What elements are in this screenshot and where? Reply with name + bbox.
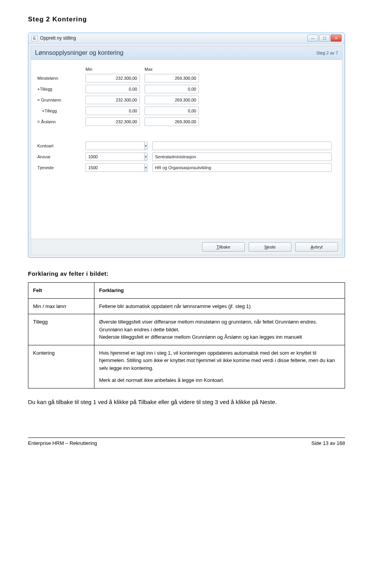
minimize-button[interactable]: —: [307, 35, 318, 42]
section-subheading: Forklaring av felter i bildet:: [28, 270, 345, 277]
salary-grid: Min Max Minstelønn +Tillegg = Grunnlønn …: [37, 67, 336, 126]
wizard-footer: Tilbake Neste Avbryt: [31, 239, 342, 255]
back-button[interactable]: Tilbake: [202, 242, 245, 252]
closing-paragraph: Du kan gå tilbake til steg 1 ved å klikk…: [28, 398, 345, 407]
minstelonn-max-input[interactable]: [145, 74, 199, 82]
ansvar-display: Sentraladministrasjon: [152, 152, 332, 161]
tillegg2-max-input[interactable]: [145, 107, 199, 115]
tjeneste-code-input[interactable]: [86, 164, 144, 172]
footer-left: Enterprise HRM – Rekruttering: [28, 440, 97, 446]
app-window: E Opprett ny stilling — ☐ ✕ Lønnsopplysn…: [28, 33, 345, 258]
explanation-table: Felt Forklaring Min / max lønn Feltene b…: [28, 282, 345, 388]
ansvar-code-input[interactable]: [86, 153, 144, 161]
ansvar-combo[interactable]: ▾: [85, 152, 148, 161]
row-arslonn-label: = Årslønn: [37, 119, 81, 124]
arslonn-min-input[interactable]: [85, 117, 140, 126]
col-min: Min: [85, 67, 140, 72]
grunnlonn-min-input[interactable]: [85, 96, 140, 104]
tillegg1-min-input[interactable]: [85, 85, 140, 93]
wizard-panel: Lønnsopplysninger og kontering Steg 2 av…: [31, 46, 342, 255]
cell-tillegg-expl: Øverste tilleggsfelt viser differanse me…: [94, 314, 345, 345]
tillegg1-max-input[interactable]: [145, 85, 199, 93]
kontoart-display: [152, 142, 332, 150]
kontoart-dropdown-icon[interactable]: ▾: [144, 142, 147, 150]
ansvar-label: Ansvar: [37, 154, 81, 159]
arslonn-max-input[interactable]: [145, 117, 199, 126]
footer-right: Side 13 av 168: [311, 440, 345, 446]
panel-title: Lønnsopplysninger og kontering: [35, 49, 124, 56]
cancel-button[interactable]: Avbryt: [295, 242, 338, 252]
page-heading: Steg 2 Kontering: [28, 16, 345, 23]
panel-body: Min Max Minstelønn +Tillegg = Grunnlønn …: [31, 60, 342, 239]
ansvar-dropdown-icon[interactable]: ▾: [144, 153, 147, 161]
cell-minmax-field: Min / max lønn: [28, 298, 94, 314]
panel-header: Lønnsopplysninger og kontering Steg 2 av…: [31, 46, 342, 60]
cell-minmax-expl: Feltene blir automatisk oppdatert når lø…: [94, 298, 345, 314]
next-button[interactable]: Neste: [249, 242, 291, 252]
kontoart-combo[interactable]: ▾: [85, 142, 148, 150]
page-footer: Enterprise HRM – Rekruttering Side 13 av…: [28, 438, 345, 446]
row-minstelonn-label: Minstelønn: [37, 76, 81, 80]
titlebar: E Opprett ny stilling — ☐ ✕: [28, 33, 345, 44]
step-indicator: Steg 2 av 7: [316, 51, 338, 55]
minstelonn-min-input[interactable]: [85, 74, 140, 82]
cell-tillegg-field: Tillegg: [28, 314, 94, 345]
tillegg2-min-input[interactable]: [85, 107, 140, 115]
cell-kontering-expl: Hvis hjemmel er lagt inn i steg 1, vil k…: [94, 345, 345, 388]
tjeneste-dropdown-icon[interactable]: ▾: [144, 164, 147, 172]
kontoart-label: Kontoart: [37, 144, 81, 148]
tjeneste-display: HR og Organisasjonsutvikling: [152, 163, 332, 172]
lookup-grid: Kontoart ▾ Ansvar ▾ Sentraladministrasjo…: [37, 142, 332, 172]
row-tillegg1-label: +Tillegg: [37, 87, 81, 91]
close-button[interactable]: ✕: [331, 35, 342, 42]
app-icon: E: [31, 35, 38, 41]
kontoart-code-input[interactable]: [86, 142, 144, 150]
col-max: Max: [145, 67, 199, 72]
grunnlonn-max-input[interactable]: [145, 96, 199, 104]
tjeneste-label: Tjeneste: [37, 165, 81, 170]
row-tillegg2-label: +Tillegg: [37, 108, 81, 113]
window-buttons: — ☐ ✕: [307, 35, 342, 42]
th-explanation: Forklaring: [99, 287, 124, 293]
window-title: Opprett ny stilling: [40, 35, 76, 41]
tjeneste-combo[interactable]: ▾: [85, 163, 148, 172]
cell-kontering-field: Kontering: [28, 345, 94, 388]
maximize-button[interactable]: ☐: [319, 35, 330, 42]
row-grunnlonn-label: = Grunnlønn: [37, 98, 81, 102]
th-field: Felt: [33, 287, 42, 293]
